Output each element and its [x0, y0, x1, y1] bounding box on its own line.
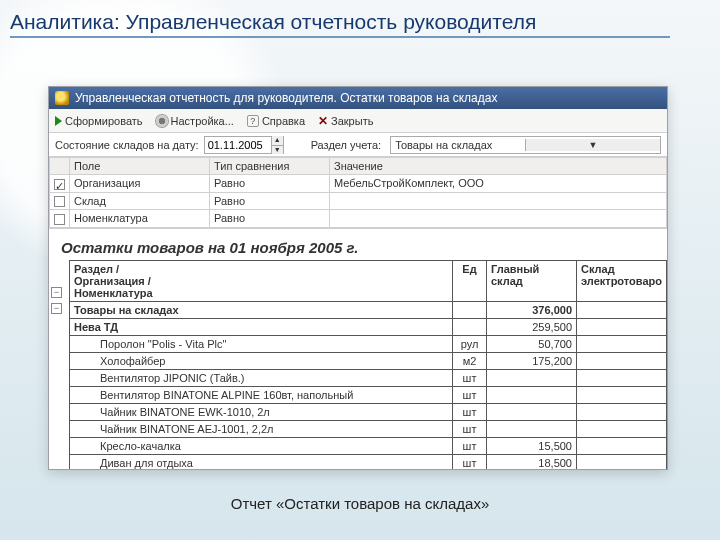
col-ed: Ед [453, 260, 487, 301]
row-wh2 [577, 403, 667, 420]
report-row: Чайник BINATONE AEJ-1001, 2,2лшт [70, 420, 667, 437]
row-name: Товары на складах [70, 301, 453, 318]
row-wh2 [577, 369, 667, 386]
report-area: − − Раздел / Организация / Номенклатура … [49, 260, 667, 469]
report-row: Диван для отдыхашт18,500 [70, 454, 667, 469]
row-wh2 [577, 386, 667, 403]
row-wh2 [577, 335, 667, 352]
filter-header-row: Поле Тип сравнения Значение [50, 158, 667, 175]
chevron-down-icon[interactable]: ▼ [525, 139, 660, 151]
report-row: Вентилятор BINATONE ALPINE 160вт, наполь… [70, 386, 667, 403]
stepper-up-icon[interactable]: ▲ [271, 136, 283, 145]
stepper-down-icon[interactable]: ▼ [271, 145, 283, 154]
filter-row[interactable]: НоменклатураРавно [50, 210, 667, 228]
row-unit: м2 [453, 352, 487, 369]
row-wh1: 259,500 [487, 318, 577, 335]
section-label: Раздел учета: [311, 139, 382, 151]
toolbar: Сформировать Настройка... ? Справка ✕ За… [49, 109, 667, 133]
date-stepper[interactable]: ▲ ▼ [271, 136, 283, 154]
row-wh2 [577, 454, 667, 469]
help-button[interactable]: ? Справка [247, 115, 305, 127]
row-wh1 [487, 403, 577, 420]
filter-field: Склад [70, 192, 210, 210]
row-name: Кресло-качалка [70, 437, 453, 454]
filter-row[interactable]: ✓ОрганизацияРавноМебельСтройКомплект, ОО… [50, 175, 667, 193]
row-wh1 [487, 386, 577, 403]
row-wh2 [577, 437, 667, 454]
play-icon [55, 116, 62, 126]
date-input[interactable] [205, 138, 271, 152]
row-unit [453, 318, 487, 335]
row-wh2 [577, 318, 667, 335]
checkbox[interactable]: ✓ [54, 179, 65, 190]
section-value: Товары на складах [391, 138, 525, 152]
report-row: Кресло-качалкашт15,500 [70, 437, 667, 454]
report-row: Товары на складах376,000 [70, 301, 667, 318]
row-unit: шт [453, 386, 487, 403]
run-button[interactable]: Сформировать [55, 115, 143, 127]
row-name: Чайник BINATONE EWK-1010, 2л [70, 403, 453, 420]
row-wh1 [487, 420, 577, 437]
row-wh1: 15,500 [487, 437, 577, 454]
report-row: Чайник BINATONE EWK-1010, 2лшт [70, 403, 667, 420]
app-window: Управленческая отчетность для руководите… [48, 86, 668, 470]
filter-cmp: Равно [210, 192, 330, 210]
figure-caption: Отчет «Остатки товаров на складах» [0, 495, 720, 512]
filter-field: Организация [70, 175, 210, 193]
row-name: Диван для отдыха [70, 454, 453, 469]
help-icon: ? [247, 115, 259, 127]
report-header-row: Раздел / Организация / Номенклатура Ед Г… [70, 260, 667, 301]
app-icon [55, 91, 69, 105]
row-unit: шт [453, 437, 487, 454]
filterbar: Состояние складов на дату: ▲ ▼ Раздел уч… [49, 133, 667, 157]
date-label: Состояние складов на дату: [55, 139, 199, 151]
row-wh1: 50,700 [487, 335, 577, 352]
row-name: Поролон "Polis - Vita Plc" [70, 335, 453, 352]
report-row: Вентилятор JIPONIC (Тайв.)шт [70, 369, 667, 386]
presentation-title: Аналитика: Управленческая отчетность рук… [10, 10, 670, 38]
filter-val: МебельСтройКомплект, ООО [330, 175, 667, 193]
report-title: Остатки товаров на 01 ноября 2005 г. [49, 229, 667, 260]
filter-cmp: Равно [210, 210, 330, 228]
filter-field: Номенклатура [70, 210, 210, 228]
row-unit: шт [453, 420, 487, 437]
col-wh1: Главный склад [487, 260, 577, 301]
row-wh2 [577, 301, 667, 318]
report-row: Нева ТД259,500 [70, 318, 667, 335]
row-unit: рул [453, 335, 487, 352]
row-wh1 [487, 369, 577, 386]
row-name: Чайник BINATONE AEJ-1001, 2,2л [70, 420, 453, 437]
row-name: Вентилятор BINATONE ALPINE 160вт, наполь… [70, 386, 453, 403]
col-group: Раздел / Организация / Номенклатура [70, 260, 453, 301]
section-combo[interactable]: Товары на складах ▼ [390, 136, 661, 154]
tree-toggle[interactable]: − [51, 287, 62, 298]
close-button[interactable]: ✕ Закрыть [318, 114, 373, 128]
row-unit [453, 301, 487, 318]
date-field[interactable]: ▲ ▼ [204, 136, 284, 154]
close-icon: ✕ [318, 114, 328, 128]
row-unit: шт [453, 454, 487, 469]
checkbox[interactable] [54, 214, 65, 225]
row-unit: шт [453, 369, 487, 386]
filter-cmp: Равно [210, 175, 330, 193]
titlebar: Управленческая отчетность для руководите… [49, 87, 667, 109]
checkbox[interactable] [54, 196, 65, 207]
tree-toggle[interactable]: − [51, 303, 62, 314]
row-wh2 [577, 352, 667, 369]
row-wh1: 18,500 [487, 454, 577, 469]
report-row: Поролон "Polis - Vita Plc"рул50,700 [70, 335, 667, 352]
row-name: Вентилятор JIPONIC (Тайв.) [70, 369, 453, 386]
report-row: Холофайберм2175,200 [70, 352, 667, 369]
window-title: Управленческая отчетность для руководите… [75, 91, 497, 105]
row-wh1: 175,200 [487, 352, 577, 369]
col-wh2: Склад электротоваро [577, 260, 667, 301]
settings-button[interactable]: Настройка... [156, 115, 234, 127]
filter-val [330, 192, 667, 210]
row-wh2 [577, 420, 667, 437]
filter-row[interactable]: СкладРавно [50, 192, 667, 210]
row-name: Холофайбер [70, 352, 453, 369]
tree-gutter: − − [51, 282, 65, 316]
gear-icon [156, 115, 168, 127]
row-wh1: 376,000 [487, 301, 577, 318]
filter-val [330, 210, 667, 228]
